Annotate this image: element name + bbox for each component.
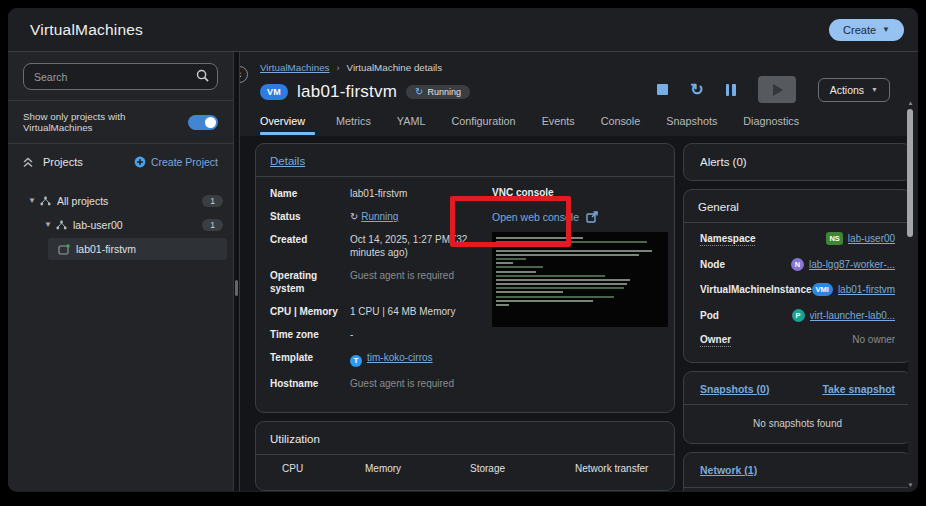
vm-details-header: VirtualMachines › VirtualMachine details…: [240, 52, 918, 135]
general-row-namespace: Namespace NS lab-user00: [700, 232, 895, 245]
project-icon: [56, 220, 67, 230]
actions-dropdown[interactable]: Actions ▼: [818, 78, 890, 102]
projects-tree: ▼ All projects 1 ▼ lab-user00 1: [8, 190, 233, 260]
search-icon[interactable]: [196, 69, 209, 82]
tab-yaml[interactable]: YAML: [384, 115, 439, 135]
details-card: Details Name lab01-firstvm Status: [255, 143, 675, 413]
namespace-link[interactable]: lab-user00: [848, 233, 895, 244]
actions-label: Actions: [830, 84, 864, 96]
projects-title: Projects: [43, 156, 134, 168]
overview-content: Details Name lab01-firstvm Status: [240, 136, 908, 491]
utilization-heading: Utilization: [256, 422, 674, 454]
collapse-all-icon[interactable]: [23, 157, 33, 168]
detail-row-cpu-memory: CPU | Memory 1 CPU | 64 MB Memory: [270, 305, 474, 318]
general-row-vmi: VirtualMachineInstance VMI lab01-firstvm: [700, 283, 895, 296]
vnc-console-heading: VNC console: [492, 187, 668, 198]
general-card: General Namespace NS lab-user00: [683, 189, 908, 363]
node-link[interactable]: lab-lgg87-worker-...: [809, 259, 895, 270]
search-row: [8, 52, 233, 101]
vm-filter-toggle[interactable]: [188, 115, 218, 130]
network-heading-link[interactable]: Network (1): [700, 464, 757, 476]
page-background: VirtualMachines Create ▼ Show on: [0, 0, 926, 506]
projects-header: Projects Create Project: [8, 144, 233, 176]
utilization-columns: CPU Memory Storage Network transfer: [256, 455, 674, 482]
tab-snapshots[interactable]: Snapshots: [653, 115, 730, 135]
utilization-col-storage: Storage: [470, 463, 575, 474]
restart-button[interactable]: ↻: [690, 83, 703, 97]
scrollbar-thumb[interactable]: [907, 109, 913, 237]
stop-button[interactable]: [657, 84, 668, 95]
vmi-badge: VMI: [812, 283, 833, 296]
tab-events[interactable]: Events: [529, 115, 588, 135]
create-project-label: Create Project: [151, 156, 218, 168]
search-input[interactable]: [23, 63, 218, 90]
utilization-col-cpu: CPU: [270, 463, 365, 474]
sync-icon: ↻: [350, 211, 358, 222]
detail-row-status: Status ↻ Running: [270, 210, 474, 223]
masthead: VirtualMachines Create ▼: [8, 8, 918, 52]
detail-row-name: Name lab01-firstvm: [270, 187, 474, 200]
vm-kind-badge: VM: [260, 84, 288, 100]
external-link-icon: [586, 211, 598, 223]
project-group-icon: [40, 196, 51, 206]
caret-down-icon[interactable]: ▼: [42, 220, 54, 229]
resizer-handle[interactable]: [235, 280, 238, 296]
status-running-link[interactable]: Running: [361, 211, 398, 222]
create-button-label: Create: [843, 24, 876, 36]
vm-count-badge: 1: [202, 195, 223, 207]
vm-running-icon: [58, 244, 70, 255]
details-heading-link[interactable]: Details: [270, 155, 305, 167]
tab-console[interactable]: Console: [588, 115, 654, 135]
general-row-owner: Owner No owner: [700, 334, 895, 345]
main-scrollbar[interactable]: ▲ ▼: [906, 100, 915, 488]
tree-item-label: lab01-firstvm: [76, 243, 217, 255]
plus-circle-icon: [134, 156, 146, 168]
create-button[interactable]: Create ▼: [829, 19, 904, 41]
main-panel: ‹ VirtualMachines › VirtualMachine detai…: [240, 52, 918, 491]
open-web-console-label: Open web console: [492, 211, 579, 223]
chevron-down-icon: ▼: [882, 25, 890, 34]
vnc-console-thumbnail[interactable]: [492, 232, 668, 327]
tree-item-lab-user00[interactable]: ▼ lab-user00 1: [8, 214, 233, 235]
take-snapshot-link[interactable]: Take snapshot: [822, 383, 895, 395]
pod-link[interactable]: virt-launcher-lab0...: [810, 310, 896, 321]
tab-configuration[interactable]: Configuration: [438, 115, 528, 135]
breadcrumb-virtualmachines-link[interactable]: VirtualMachines: [260, 62, 330, 73]
sidebar-resizer[interactable]: [233, 52, 240, 491]
chevron-down-icon: ▼: [871, 86, 878, 93]
detail-row-timezone: Time zone -: [270, 328, 474, 341]
tab-diagnostics[interactable]: Diagnostics: [730, 115, 812, 135]
tree-item-lab01-firstvm[interactable]: lab01-firstvm: [48, 238, 227, 260]
vm-status-label: Running: [427, 87, 461, 97]
play-button-disabled[interactable]: [758, 76, 796, 103]
tree-item-all-projects[interactable]: ▼ All projects 1: [8, 190, 233, 211]
vm-tabs: Overview Metrics YAML Configuration Even…: [260, 115, 898, 135]
vmi-link[interactable]: lab01-firstvm: [838, 284, 895, 295]
detail-row-os: Operating system Guest agent is required: [270, 269, 474, 295]
pause-button[interactable]: [726, 84, 736, 96]
tab-metrics[interactable]: Metrics: [323, 115, 384, 135]
tab-overview[interactable]: Overview: [260, 115, 323, 135]
scroll-up-icon[interactable]: ▲: [907, 100, 914, 106]
pod-badge: P: [792, 309, 805, 322]
details-heading: Details: [256, 144, 674, 176]
filter-row: Show only projects with VirtualMachines: [8, 101, 233, 144]
open-web-console-link[interactable]: Open web console: [492, 211, 668, 223]
vm-title: lab01-firstvm: [297, 82, 397, 102]
create-project-link[interactable]: Create Project: [134, 156, 218, 168]
network-card: Network (1): [683, 452, 908, 492]
alerts-heading[interactable]: Alerts (0): [684, 144, 908, 180]
caret-down-icon[interactable]: ▼: [26, 196, 38, 205]
scroll-down-icon[interactable]: ▼: [907, 482, 914, 488]
detail-row-created: Created Oct 14, 2025, 1:27 PM (32 minute…: [270, 233, 474, 259]
snapshots-heading-link[interactable]: Snapshots (0): [700, 383, 769, 395]
vnc-console-section: VNC console Open web console: [474, 187, 668, 400]
template-link[interactable]: tim-koko-cirros: [367, 352, 433, 363]
snapshots-empty-text: No snapshots found: [684, 405, 908, 443]
sync-icon: ↻: [415, 87, 423, 97]
app-window: VirtualMachines Create ▼ Show on: [8, 8, 918, 492]
general-heading: General: [684, 190, 908, 222]
template-badge: T: [350, 355, 362, 367]
detail-row-template: Template Ttim-koko-cirros: [270, 351, 474, 367]
alerts-card: Alerts (0): [683, 143, 908, 181]
